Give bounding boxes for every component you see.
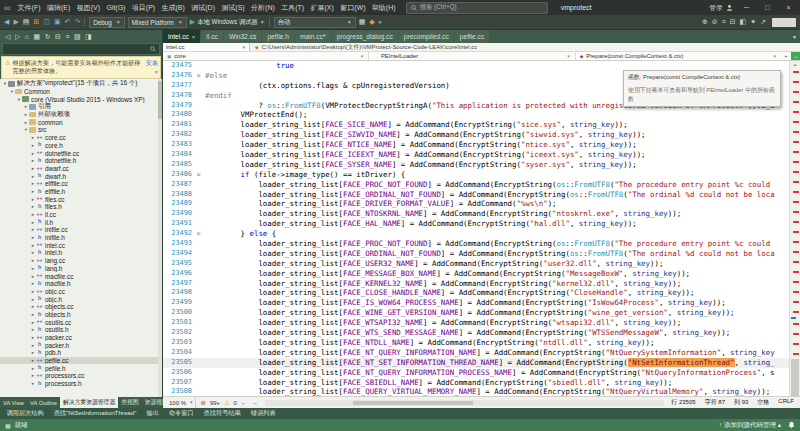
tree-item[interactable]: ▾解决方案"vmprotect"(15 个项目，共 16 个): [0, 80, 162, 88]
tree-item[interactable]: ▸++core.cc: [0, 134, 162, 142]
tree-item[interactable]: ▸++processors.cc: [0, 372, 162, 380]
sidebar-tab[interactable]: VA View: [0, 397, 27, 408]
tree-item[interactable]: ▸hlang.h: [0, 265, 162, 273]
bottom-panel-tab[interactable]: 查找"NtSetInformationThread": [49, 408, 141, 419]
menu-item[interactable]: 文件(F): [14, 4, 43, 11]
bottom-panel-tab[interactable]: 命令窗口: [164, 408, 198, 419]
tree-item[interactable]: ▸++pefile.cc: [0, 357, 162, 365]
file-dropdown[interactable]: intel.cc▼: [163, 43, 250, 51]
toolbar-right-button[interactable]: [772, 18, 796, 27]
preview-icon[interactable]: ◨: [85, 33, 92, 41]
refresh-icon[interactable]: ↻: [45, 33, 51, 41]
tree-item[interactable]: ▾Common: [0, 88, 162, 96]
va-go-button[interactable]: →: [791, 52, 800, 60]
scroll-up-icon[interactable]: ▲: [790, 61, 800, 68]
tree-item[interactable]: ▸++dwarf.cc: [0, 165, 162, 173]
collapse-all-icon[interactable]: ⊟: [55, 33, 61, 41]
menu-item[interactable]: Git(G): [103, 4, 128, 11]
maximize-button[interactable]: □: [760, 4, 775, 11]
tree-item[interactable]: ▸++macfile.cc: [0, 272, 162, 280]
add-item-icon[interactable]: ⊞: [33, 18, 39, 26]
tab-overflow-icon[interactable]: ▼: [789, 30, 800, 43]
doc-tab[interactable]: Win32.cs: [224, 30, 262, 43]
sidebar-tab[interactable]: VA Outline: [27, 397, 60, 408]
solution-config-dropdown[interactable]: Debug▼: [89, 17, 125, 28]
tree-item[interactable]: ▸hpefile.h: [0, 364, 162, 372]
tree-item[interactable]: ▸++il.cc: [0, 211, 162, 219]
editor-vertical-scrollbar[interactable]: ▲: [789, 61, 800, 396]
switch-views-icon[interactable]: ▦: [34, 33, 41, 41]
properties-icon[interactable]: ▨: [74, 33, 81, 41]
tree-item[interactable]: ▾core (Visual Studio 2015 - Windows XP): [0, 95, 162, 103]
tree-item[interactable]: ▸hdotnetfile.h: [0, 157, 162, 165]
errors-icon[interactable]: ⊗: [200, 399, 205, 407]
menu-item[interactable]: 分析(N): [248, 4, 278, 11]
platform-dropdown[interactable]: Mixed Platform▼: [128, 17, 187, 28]
tree-item[interactable]: ▸++packer.cc: [0, 334, 162, 342]
project-dropdown[interactable]: ▣ core▼: [163, 52, 369, 60]
forward-icon[interactable]: ▷: [15, 33, 20, 41]
new-project-icon[interactable]: ▤: [23, 18, 30, 26]
warning-count[interactable]: 0: [234, 400, 237, 406]
tab-close-icon[interactable]: ×: [192, 34, 196, 40]
background-tasks-icon[interactable]: ▦: [5, 422, 11, 429]
show-all-files-icon[interactable]: ≡: [65, 33, 69, 41]
live-share-icon[interactable]: ✦: [750, 18, 756, 26]
add-to-source-control-button[interactable]: ↑ 添加到源代码管理 ▴: [719, 421, 781, 430]
doc-tab[interactable]: main.cc*: [295, 30, 331, 43]
save-icon[interactable]: ◫: [43, 18, 50, 26]
toolbar-icon[interactable]: ◆: [369, 18, 374, 26]
tree-item[interactable]: ▸hfiles.h: [0, 203, 162, 211]
bottom-panel-tab[interactable]: 输出: [142, 408, 163, 419]
notifications-bell-icon[interactable]: [788, 421, 795, 429]
sign-in-button[interactable]: 登录: [709, 3, 733, 13]
redo-icon[interactable]: ↷: [74, 18, 80, 26]
error-count[interactable]: 99+: [210, 400, 220, 406]
tree-item[interactable]: ▸hintel.h: [0, 249, 162, 257]
toolbar-icon[interactable]: ⊘: [712, 18, 718, 26]
menu-item[interactable]: 调试(D): [188, 4, 218, 11]
toolbar-icon[interactable]: ▸: [379, 18, 383, 26]
back-icon[interactable]: ◀: [4, 18, 9, 26]
undo-icon[interactable]: ↶: [65, 18, 71, 26]
tree-item[interactable]: ▸hmacfile.h: [0, 280, 162, 288]
menu-item[interactable]: 工具(T): [278, 4, 307, 11]
bottom-panel-tab[interactable]: 查找符号结果: [199, 408, 245, 419]
tree-item[interactable]: ▸hprocessors.h: [0, 380, 162, 388]
menu-item[interactable]: 帮助(H): [369, 4, 399, 11]
tree-item[interactable]: ▸引用: [0, 103, 162, 111]
menu-item[interactable]: 生成(B): [158, 4, 188, 11]
install-link[interactable]: 安装: [146, 59, 158, 67]
auto-dropdown[interactable]: 自动▼: [274, 17, 356, 28]
sidebar-tab[interactable]: 类视图: [118, 397, 141, 408]
tree-item[interactable]: ▸hosutils.h: [0, 326, 162, 334]
bookmark-icon[interactable]: ◧: [740, 18, 747, 26]
tree-item[interactable]: ▸hinifile.h: [0, 234, 162, 242]
tree-item[interactable]: ▸++intel.cc: [0, 241, 162, 249]
tree-item[interactable]: ▸hobjects.h: [0, 311, 162, 319]
tree-item[interactable]: ▸common: [0, 118, 162, 126]
add-icon[interactable]: +: [781, 52, 791, 60]
quick-search-input[interactable]: 搜索 (Ctrl+Q): [406, 2, 548, 14]
doc-tab[interactable]: pefile.cc: [455, 30, 490, 43]
sidebar-tab[interactable]: 解决方案资源管理器: [60, 397, 118, 408]
solution-search-input[interactable]: [2, 43, 160, 55]
tree-item[interactable]: ▸++elffile.cc: [0, 180, 162, 188]
member-dropdown[interactable]: ◆ Prepare(const CompileContext & ctx)▼: [576, 52, 781, 60]
navigate-forward-icon[interactable]: →: [251, 399, 258, 406]
doc-tab[interactable]: progress_dialog.cc: [332, 30, 398, 43]
forward-icon[interactable]: ▶: [13, 18, 18, 26]
warnings-icon[interactable]: ⚠: [224, 399, 229, 406]
tree-item[interactable]: ▸hobjc.h: [0, 295, 162, 303]
tree-item[interactable]: ▸++objc.cc: [0, 288, 162, 296]
menu-item[interactable]: 窗口(W): [337, 4, 369, 11]
doc-tab[interactable]: intel.cc×: [163, 30, 200, 43]
menu-item[interactable]: 扩展(X): [307, 4, 337, 11]
toolbar-icon[interactable]: ▦: [359, 18, 366, 26]
bottom-panel-tab[interactable]: 错误列表: [246, 408, 280, 419]
home-icon[interactable]: ⌂: [25, 33, 29, 41]
minimize-button[interactable]: ─: [739, 4, 754, 11]
doc-tab[interactable]: il.cc: [201, 30, 223, 43]
tree-item[interactable]: ▸++dotnetfile.cc: [0, 149, 162, 157]
bottom-panel-tab[interactable]: 调用层次结构: [2, 408, 48, 419]
